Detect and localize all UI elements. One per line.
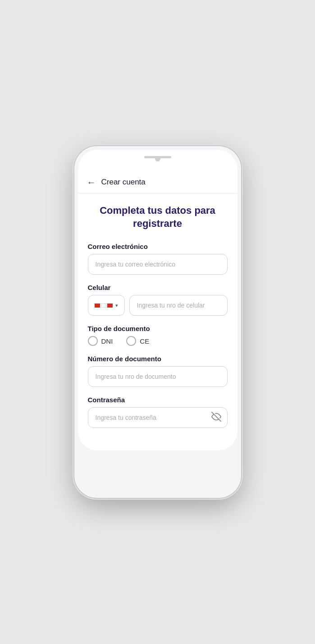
password-field-group: Contraseña <box>88 396 228 428</box>
content-area: Completa tus datos para registrarte Corr… <box>78 193 237 451</box>
document-number-input[interactable] <box>88 366 228 387</box>
header-title: Crear cuenta <box>101 178 146 187</box>
speaker-icon <box>144 156 171 158</box>
page-title: Completa tus datos para registrarte <box>88 204 228 230</box>
country-selector[interactable]: ▾ <box>88 295 125 316</box>
header: ← Crear cuenta <box>78 172 237 193</box>
phone-label: Celular <box>88 284 228 291</box>
radio-option-ce[interactable]: CE <box>126 336 149 346</box>
radio-circle-dni <box>88 336 98 346</box>
radio-circle-ce <box>126 336 136 346</box>
radio-label-ce: CE <box>140 337 149 345</box>
phone-frame: ← Crear cuenta Completa tus datos para r… <box>74 146 241 498</box>
radio-option-dni[interactable]: DNI <box>88 336 113 346</box>
flag-stripe-right <box>107 304 113 308</box>
flag-peru <box>95 304 113 308</box>
phone-field-group: Celular ▾ <box>88 284 228 316</box>
status-bar <box>78 150 237 172</box>
back-button[interactable]: ← <box>87 178 96 187</box>
password-wrapper <box>88 407 228 428</box>
email-input[interactable] <box>88 254 228 275</box>
eye-off-icon[interactable] <box>211 412 221 423</box>
email-field-group: Correo electrónico <box>88 243 228 275</box>
document-type-field-group: Tipo de documento DNI CE <box>88 325 228 346</box>
password-input[interactable] <box>88 407 228 428</box>
flag-stripe-left <box>95 304 100 308</box>
document-type-radio-group: DNI CE <box>88 336 228 346</box>
phone-row: ▾ <box>88 295 228 316</box>
phone-input[interactable] <box>129 295 228 316</box>
phone-screen: ← Crear cuenta Completa tus datos para r… <box>78 150 237 451</box>
document-number-field-group: Número de documento <box>88 355 228 387</box>
document-number-label: Número de documento <box>88 355 228 363</box>
document-type-label: Tipo de documento <box>88 325 228 332</box>
chevron-down-icon: ▾ <box>115 303 118 308</box>
email-label: Correo electrónico <box>88 243 228 250</box>
flag-stripe-center <box>101 304 106 308</box>
password-label: Contraseña <box>88 396 228 404</box>
radio-label-dni: DNI <box>101 337 113 345</box>
